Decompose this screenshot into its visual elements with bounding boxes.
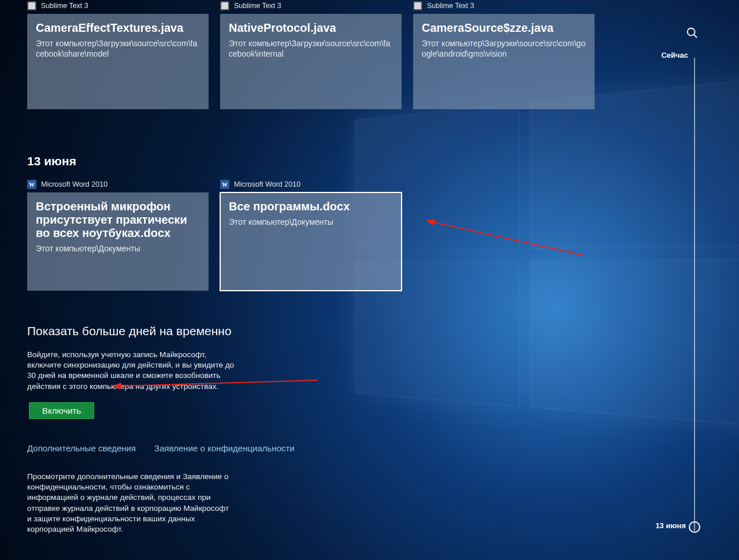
activity-title: CameraEffectTextures.java [36, 21, 200, 35]
sublime-text-icon [27, 1, 36, 10]
svg-rect-5 [221, 2, 228, 9]
svg-rect-3 [28, 2, 35, 9]
word-icon: W [27, 180, 36, 189]
search-icon[interactable] [686, 27, 699, 39]
sublime-text-icon [220, 1, 229, 10]
activity-card[interactable]: W Microsoft Word 2010 Встроенный микрофо… [27, 179, 209, 291]
activity-card[interactable]: Sublime Text 3 CameraSource$zze.java Это… [413, 0, 595, 109]
svg-rect-7 [414, 2, 421, 9]
promo-text: Войдите, используя учетную запись Майкро… [27, 350, 235, 392]
activity-path: Этот компьютер\Документы [229, 217, 393, 227]
activity-path: Этот компьютер\Документы [36, 243, 200, 254]
activity-row-june13: W Microsoft Word 2010 Встроенный микрофо… [27, 179, 628, 291]
activity-card[interactable]: Sublime Text 3 CameraEffectTextures.java… [27, 0, 209, 109]
sublime-text-icon [413, 1, 422, 10]
svg-line-1 [694, 35, 697, 38]
word-icon: W [220, 180, 229, 189]
activity-title: NativeProtocol.java [229, 21, 393, 35]
enable-button[interactable]: Включить [29, 402, 94, 419]
activity-app-name: Sublime Text 3 [234, 2, 281, 10]
svg-text:W: W [222, 181, 228, 188]
activity-path: Этот компьютер\Загрузки\source\src\com\f… [36, 38, 200, 59]
activity-card-selected[interactable]: W Microsoft Word 2010 Все программы.docx… [220, 179, 402, 291]
svg-text:W: W [29, 181, 35, 188]
activity-title: Встроенный микрофон присутствует практич… [36, 200, 200, 240]
activity-row-today: Sublime Text 3 CameraEffectTextures.java… [27, 0, 628, 109]
activity-app-name: Sublime Text 3 [41, 2, 88, 10]
privacy-link[interactable]: Заявление о конфиденциальности [154, 443, 295, 453]
activity-app-name: Microsoft Word 2010 [234, 180, 300, 188]
activity-title: Все программы.docx [229, 200, 393, 213]
svg-point-0 [688, 28, 695, 36]
sync-promo: Показать больше дней на временно Войдите… [27, 324, 328, 535]
date-heading: 13 июня [27, 154, 628, 168]
activity-app-name: Microsoft Word 2010 [41, 180, 107, 188]
activity-card[interactable]: Sublime Text 3 NativeProtocol.java Этот … [220, 0, 402, 109]
timeline-label-date: 13 июня [655, 521, 686, 530]
timeline-rail[interactable] [694, 58, 695, 531]
promo-title: Показать больше дней на временно [27, 324, 328, 338]
activity-title: CameraSource$zze.java [422, 21, 586, 35]
timeline-handle[interactable] [689, 521, 700, 533]
activity-path: Этот компьютер\Загрузки\source\src\com\f… [229, 38, 393, 59]
activity-path: Этот компьютер\Загрузки\source\src\com\g… [422, 38, 586, 59]
timeline-label-now: Сейчас [661, 51, 688, 60]
activity-app-name: Sublime Text 3 [427, 2, 474, 10]
promo-footnote: Просмотрите дополнительные сведения и За… [27, 472, 235, 535]
more-info-link[interactable]: Дополнительные сведения [27, 443, 136, 453]
